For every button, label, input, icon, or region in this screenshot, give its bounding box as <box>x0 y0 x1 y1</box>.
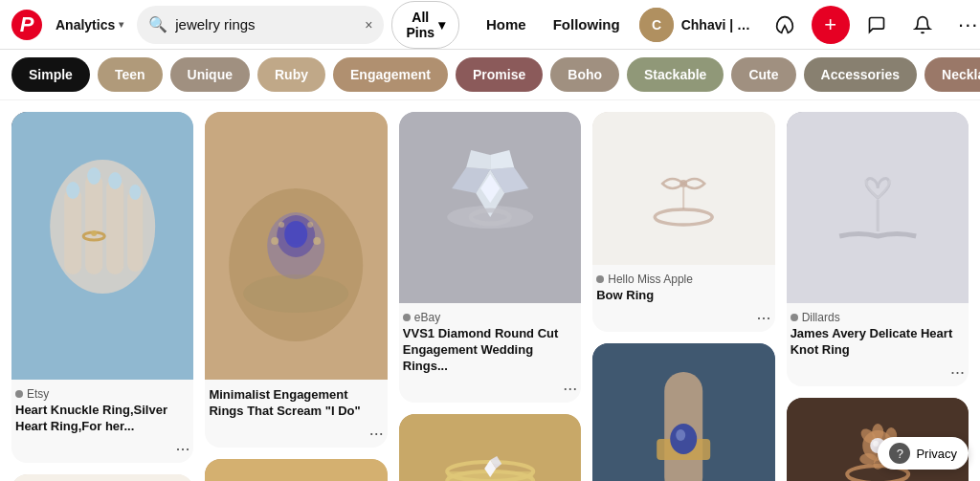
bell-button[interactable] <box>903 6 942 44</box>
column-4: Hello Miss Apple Bow Ring ··· <box>592 112 774 481</box>
pin-menu-bow-bottom: ··· <box>592 308 774 332</box>
source-dot-heart-knot <box>791 314 798 321</box>
pin-options-minimalist[interactable]: ··· <box>369 424 384 444</box>
pin-info-heart-knuckle: Etsy Heart Knuckle Ring,Silver Heart Rin… <box>11 380 193 439</box>
pill-engagement[interactable]: Engagement <box>333 57 448 92</box>
column-5: Dillards James Avery Delicate Heart Knot… <box>787 112 969 481</box>
pill-stackable[interactable]: Stackable <box>627 57 724 92</box>
search-icon: 🔍 <box>148 15 167 33</box>
pill-simple[interactable]: Simple <box>11 57 90 92</box>
pin-info-heart-knot: Dillards James Avery Delicate Heart Knot… <box>787 303 969 362</box>
pin-menu-bottom-min: ··· <box>205 424 387 448</box>
pill-accessories[interactable]: Accessories <box>804 57 918 92</box>
privacy-question-mark: ? <box>897 447 903 461</box>
nav-following[interactable]: Following <box>542 9 632 40</box>
masonry-grid: Meld Diff Viewer <box>11 112 969 481</box>
pill-ruby[interactable]: Ruby <box>257 57 325 92</box>
svg-point-57 <box>676 429 685 441</box>
svg-rect-4 <box>64 188 81 274</box>
svg-rect-14 <box>11 474 193 481</box>
leaf-icon-button[interactable] <box>766 6 804 44</box>
svg-rect-6 <box>106 179 123 274</box>
pin-menu-heartknot-bottom: ··· <box>787 362 969 386</box>
pin-title-vvs1: VVS1 Diamond Round Cut Engagement Weddin… <box>403 326 577 375</box>
svg-point-8 <box>66 182 79 199</box>
pin-bow-ring[interactable]: Hello Miss Apple Bow Ring ··· <box>592 112 774 332</box>
pin-options-heart-knot[interactable]: ··· <box>950 362 965 383</box>
svg-point-25 <box>314 237 322 245</box>
user-area: C Chhavi | Fre... + ··· <box>639 6 980 44</box>
all-pins-chevron: ▾ <box>438 17 445 33</box>
add-button[interactable]: + <box>812 6 850 44</box>
column-2: Minimalist Engagement Rings That Scream … <box>205 112 387 481</box>
pin-options-vvs1[interactable]: ··· <box>563 379 577 399</box>
more-button[interactable]: ··· <box>949 6 980 44</box>
pill-boho[interactable]: Boho <box>550 57 619 92</box>
pin-menu-bottom: ··· <box>11 439 193 463</box>
pin-title: Heart Knuckle Ring,Silver Heart Ring,For… <box>15 403 189 435</box>
pin-sapphire-hand[interactable] <box>592 343 774 481</box>
pin-vvs1[interactable]: eBay VVS1 Diamond Round Cut Engagement W… <box>399 112 581 403</box>
pin-info-minimalist: Minimalist Engagement Rings That Scream … <box>205 380 387 424</box>
main-content: Meld Diff Viewer <box>0 100 980 481</box>
pin-info-vvs1: eBay VVS1 Diamond Round Cut Engagement W… <box>399 303 581 379</box>
svg-rect-29 <box>205 459 387 481</box>
svg-point-9 <box>87 167 100 185</box>
pin-info-bow: Hello Miss Apple Bow Ring <box>592 265 774 308</box>
nav-home[interactable]: Home <box>475 9 538 40</box>
pill-unique[interactable]: Unique <box>170 57 250 92</box>
svg-point-28 <box>244 274 349 313</box>
source-dot-bow <box>596 275 604 283</box>
svg-rect-5 <box>85 174 102 274</box>
pinterest-logo[interactable]: P <box>11 10 42 40</box>
source-label-bow: Hello Miss Apple <box>608 273 693 286</box>
pill-cute[interactable]: Cute <box>731 57 795 92</box>
message-button[interactable] <box>858 6 896 44</box>
pin-source-bow: Hello Miss Apple <box>596 273 770 286</box>
header: P Analytics ▾ 🔍 × All Pins ▾ Home Follow… <box>0 0 980 50</box>
pin-title-bow: Bow Ring <box>596 288 770 304</box>
svg-rect-7 <box>127 190 143 272</box>
analytics-button[interactable]: Analytics ▾ <box>50 13 129 36</box>
user-name: Chhavi | Fre... <box>681 17 758 33</box>
pin-source-vvs1: eBay <box>403 311 577 324</box>
pin-menu-vvs1-bottom: ··· <box>399 379 581 403</box>
nav-links: Home Following <box>475 9 632 40</box>
svg-point-26 <box>279 222 285 228</box>
svg-point-51 <box>679 180 687 187</box>
source-dot-vvs1 <box>403 314 411 321</box>
svg-point-27 <box>308 222 314 228</box>
svg-point-70 <box>873 441 879 447</box>
search-bar: 🔍 × <box>137 6 384 44</box>
pin-simple-eng3[interactable]: Simple engagement rings <box>399 414 581 481</box>
source-label-heart-knot: Dillards <box>802 311 840 324</box>
pin-options-bow[interactable]: ··· <box>757 308 771 328</box>
privacy-label: Privacy <box>916 447 957 461</box>
source-dot <box>15 390 23 398</box>
all-pins-label: All Pins <box>406 10 434 40</box>
pill-promise[interactable]: Promise <box>456 57 543 92</box>
pin-simple-engagement2[interactable]: Simple engagement rings <box>205 459 387 481</box>
svg-text:C: C <box>652 17 661 33</box>
avatar: C <box>639 8 674 42</box>
svg-point-13 <box>91 230 97 236</box>
pill-necklaces[interactable]: Necklaces <box>924 57 980 92</box>
plus-icon: + <box>824 14 836 35</box>
pin-source: Etsy <box>15 387 189 401</box>
more-icon: ··· <box>958 12 978 37</box>
pin-source-heart-knot: Dillards <box>791 311 965 324</box>
pin-title-minimalist: Minimalist Engagement Rings That Scream … <box>209 387 383 420</box>
pin-title-heart-knot: James Avery Delicate Heart Knot Ring <box>791 326 965 359</box>
pill-teen[interactable]: Teen <box>98 57 163 92</box>
pin-minimalist[interactable]: Minimalist Engagement Rings That Scream … <box>205 112 387 448</box>
clear-icon[interactable]: × <box>365 17 372 33</box>
pin-heart-knot[interactable]: Dillards James Avery Delicate Heart Knot… <box>787 112 969 386</box>
privacy-button[interactable]: ? Privacy <box>878 437 969 470</box>
search-input[interactable] <box>175 16 357 33</box>
all-pins-button[interactable]: All Pins ▾ <box>391 1 459 49</box>
column-3: eBay VVS1 Diamond Round Cut Engagement W… <box>399 112 581 481</box>
pin-heart-knuckle[interactable]: Meld Diff Viewer <box>11 112 193 463</box>
pin-star-ring[interactable] <box>11 474 193 481</box>
pin-options-button[interactable]: ··· <box>175 439 189 459</box>
analytics-chevron: ▾ <box>119 19 123 30</box>
